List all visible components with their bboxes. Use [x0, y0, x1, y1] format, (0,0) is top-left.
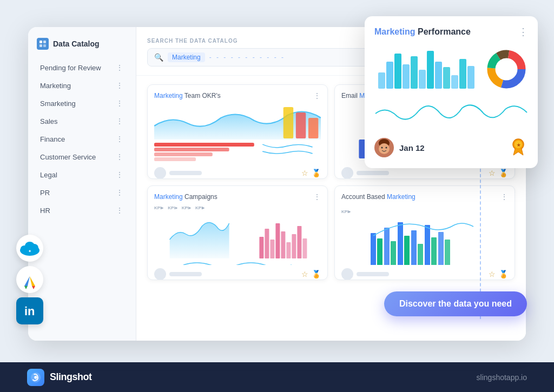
- sidebar-item-pending[interactable]: Pending for Review ⋮: [31, 59, 133, 76]
- card-marketing-okr[interactable]: Marketing Team OKR's ⋮: [147, 84, 328, 179]
- svg-rect-8: [154, 148, 229, 151]
- avatar: [154, 167, 166, 179]
- more-dots-icon[interactable]: ⋮: [116, 152, 124, 161]
- sidebar-item-hr[interactable]: HR ⋮: [31, 202, 133, 219]
- footer-icons: ☆ 🏅: [301, 169, 321, 177]
- svg-text:in: in: [24, 304, 35, 318]
- sidebar-item-marketing[interactable]: Marketing ⋮: [31, 77, 133, 94]
- svg-point-82: [34, 376, 37, 379]
- svg-rect-6: [308, 118, 318, 138]
- sidebar-item-legal[interactable]: Legal ⋮: [31, 166, 133, 183]
- card-menu-icon[interactable]: ⋮: [500, 192, 508, 201]
- popup-bar-chart: [374, 45, 479, 89]
- star-icon[interactable]: ☆: [489, 169, 496, 177]
- google-ads-logo: [16, 266, 43, 293]
- more-dots-icon[interactable]: ⋮: [116, 206, 124, 215]
- star-icon[interactable]: ☆: [489, 270, 496, 278]
- svg-rect-34: [377, 238, 382, 265]
- svg-rect-26: [271, 240, 275, 258]
- sidebar-item-pr[interactable]: PR ⋮: [31, 184, 133, 201]
- popup-donut-chart: [485, 48, 528, 91]
- more-dots-icon[interactable]: ⋮: [116, 117, 124, 125]
- card-chart-area: KPI▸ KPI▸ KPI▸ KPI▸: [154, 205, 321, 265]
- svg-rect-54: [451, 75, 458, 89]
- popup-menu-icon[interactable]: ⋮: [518, 26, 528, 38]
- svg-rect-31: [298, 226, 302, 258]
- avatar: [154, 268, 166, 280]
- svg-rect-1: [43, 41, 46, 43]
- sidebar-item-label: Marketing: [40, 82, 71, 90]
- more-dots-icon[interactable]: ⋮: [116, 81, 124, 90]
- popup-line-section: [374, 97, 528, 129]
- sidebar-item-sales[interactable]: Sales ⋮: [31, 112, 133, 130]
- card-menu-icon[interactable]: ⋮: [313, 91, 321, 100]
- kpi-label: KPI▸: [182, 205, 191, 210]
- card-header: Marketing Campaigns ⋮: [154, 192, 321, 201]
- sidebar-item-smarketing[interactable]: Smarketing ⋮: [31, 95, 133, 112]
- svg-rect-4: [283, 107, 293, 138]
- svg-rect-53: [443, 67, 450, 89]
- card-chart-area: KPI▸: [341, 205, 508, 265]
- svg-rect-45: [378, 72, 385, 89]
- bottom-bar: Slingshot slingshotapp.io: [0, 362, 554, 392]
- svg-rect-29: [287, 242, 291, 258]
- sidebar-item-customer-service[interactable]: Customer Service ⋮: [31, 148, 133, 165]
- sidebar-item-label: Smarketing: [40, 99, 76, 108]
- svg-rect-36: [391, 241, 396, 265]
- sidebar-item-label: PR: [40, 189, 50, 197]
- star-icon[interactable]: ☆: [301, 169, 308, 177]
- card-footer: ☆ 🏅: [341, 268, 508, 280]
- svg-marker-77: [30, 276, 35, 286]
- more-dots-icon[interactable]: ⋮: [116, 63, 124, 72]
- svg-rect-2: [39, 44, 42, 47]
- grouped-bar-chart-4: [341, 217, 508, 265]
- popup-date: Jan 12: [399, 143, 425, 152]
- search-dashes: - - - - - - - - - - -: [209, 54, 285, 61]
- svg-rect-32: [303, 238, 307, 258]
- svg-marker-76: [24, 276, 30, 286]
- card-account-based[interactable]: Account Based Marketing ⋮ KPI▸: [334, 185, 515, 280]
- award-icon: 🏅: [312, 169, 321, 177]
- card-marketing-campaigns[interactable]: Marketing Campaigns ⋮ KPI▸ KPI▸ KPI▸ KPI…: [147, 185, 328, 280]
- svg-rect-49: [411, 56, 418, 89]
- svg-rect-46: [386, 62, 393, 89]
- svg-rect-0: [39, 41, 42, 43]
- svg-rect-44: [445, 240, 450, 265]
- avatar: [341, 268, 353, 280]
- svg-rect-5: [296, 112, 306, 138]
- more-dots-icon[interactable]: ⋮: [116, 135, 124, 143]
- sidebar-item-label: Customer Service: [40, 153, 96, 161]
- slingshot-brand-name: Slingshot: [50, 371, 92, 383]
- popup-line-chart: [374, 97, 528, 127]
- discover-button[interactable]: Discover the data you need: [384, 291, 527, 316]
- popup-title: Marketing Performance: [374, 27, 471, 37]
- sidebar-item-label: Sales: [40, 117, 58, 125]
- star-icon[interactable]: ☆: [301, 270, 308, 278]
- popup-bar-section: [374, 45, 479, 91]
- award-icon: 🏅: [499, 270, 508, 278]
- more-dots-icon[interactable]: ⋮: [116, 99, 124, 108]
- svg-rect-56: [467, 66, 474, 89]
- kpi-label: KPI▸: [341, 209, 351, 214]
- sidebar-header: Data Catalog: [28, 38, 136, 58]
- sidebar-item-finance[interactable]: Finance ⋮: [31, 130, 133, 148]
- main-area: Data Catalog Pending for Review ⋮ Market…: [0, 0, 554, 362]
- more-dots-icon[interactable]: ⋮: [116, 188, 124, 197]
- card-menu-icon[interactable]: ⋮: [313, 192, 321, 201]
- card-title: Account Based Marketing: [341, 193, 416, 201]
- card-footer: ☆ 🏅: [154, 167, 321, 179]
- slingshot-logo: Slingshot: [27, 369, 92, 386]
- more-dots-icon[interactable]: ⋮: [116, 170, 124, 179]
- card-footer: ☆ 🏅: [154, 268, 321, 280]
- slingshot-brand-icon: [30, 371, 42, 383]
- svg-rect-47: [394, 54, 401, 89]
- card-title: Marketing Team OKR's: [154, 92, 221, 99]
- card-footer: ☆ 🏅: [341, 167, 508, 179]
- svg-rect-40: [418, 244, 423, 265]
- svg-rect-51: [427, 51, 434, 89]
- kpi-label: KPI▸: [154, 205, 163, 210]
- avatar: [341, 167, 353, 179]
- google-ads-svg: [19, 270, 41, 289]
- svg-rect-30: [292, 234, 296, 258]
- svg-rect-27: [276, 223, 280, 258]
